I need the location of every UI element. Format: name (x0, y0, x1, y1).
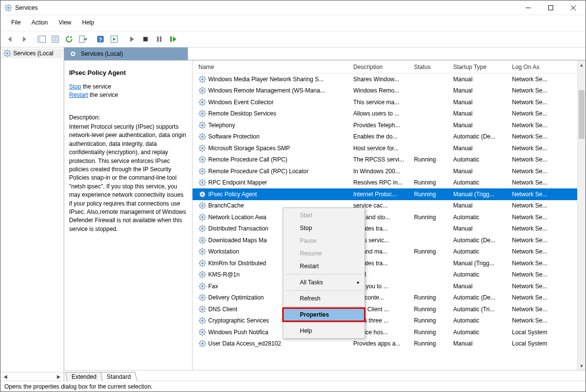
table-row[interactable]: TelephonyProvides Teleph...ManualNetwork… (193, 119, 577, 131)
table-row[interactable]: Cryptographic Servicesvides three ...Run… (193, 315, 577, 327)
col-status[interactable]: Status (411, 64, 450, 70)
row-startup: Manual (450, 87, 509, 94)
export-button[interactable] (76, 33, 90, 46)
back-button[interactable] (3, 33, 17, 46)
menu-file[interactable]: File (6, 17, 25, 28)
properties-button[interactable] (49, 33, 62, 46)
action-button[interactable] (107, 33, 121, 46)
refresh-button[interactable] (62, 33, 76, 46)
help-button[interactable]: ? (94, 33, 107, 46)
gear-icon (198, 305, 206, 313)
stop-service-button[interactable] (139, 33, 152, 46)
row-desc: Provides apps a... (350, 340, 411, 347)
row-startup: Manual (450, 168, 509, 175)
row-name: RPC Endpoint Mapper (208, 179, 267, 186)
gear-icon (198, 294, 206, 301)
forward-button[interactable] (17, 33, 31, 46)
table-row[interactable]: Windows Push Notificaservice hos...Runni… (193, 326, 577, 338)
table-row[interactable]: Windows Media Player Network Sharing S..… (193, 73, 577, 85)
menu-action[interactable]: Action (26, 17, 52, 28)
row-name: KtmRm for Distributed (208, 260, 266, 267)
table-row[interactable]: Windows Event CollectorThis service ma..… (193, 96, 577, 108)
row-name: Telephony (208, 122, 235, 129)
gear-icon (198, 144, 206, 152)
status-text: Opens the properties dialog box for the … (4, 383, 152, 390)
table-row[interactable]: User Data Access_ed28102Provides apps a.… (193, 338, 577, 350)
col-startup[interactable]: Startup Type (450, 64, 509, 70)
table-row[interactable]: Windows Remote Management (WS-Mana...Win… (193, 85, 577, 97)
table-row[interactable]: Downloaded Maps Madows servic...Automati… (193, 234, 577, 246)
tab-standard[interactable]: Standard (100, 372, 137, 381)
table-row[interactable]: Remote Procedure Call (RPC) LocatorIn Wi… (193, 165, 577, 177)
ctx-restart[interactable]: Restart (283, 260, 365, 273)
gear-icon (198, 259, 206, 267)
table-row[interactable]: Delivery Optimizationrms conte...Running… (193, 292, 577, 304)
table-row[interactable]: DNS ClientDNS Client ...RunningAutomatic… (193, 303, 577, 315)
scroll-left-icon[interactable]: ◀ (1, 374, 9, 379)
table-row[interactable]: Remote Desktop ServicesAllows users to .… (193, 108, 577, 120)
menu-view[interactable]: View (54, 17, 76, 28)
table-row[interactable]: Workstationtes and ma...RunningAutomatic… (193, 246, 577, 258)
ctx-start: Start (283, 209, 365, 222)
scroll-thumb[interactable] (579, 90, 585, 139)
row-name: IPsec Policy Agent (208, 191, 257, 198)
table-row[interactable]: RPC Endpoint MapperResolves RPC in...Run… (193, 177, 577, 189)
start-service-button[interactable] (125, 33, 139, 46)
pause-service-button[interactable] (152, 33, 166, 46)
row-logon: Network Se... (509, 317, 558, 324)
col-logon[interactable]: Log On As (509, 64, 558, 70)
gear-icon (198, 248, 206, 255)
row-logon: Network Se... (509, 260, 558, 267)
table-row[interactable]: Remote Procedure Call (RPC)The RPCSS ser… (193, 154, 577, 166)
menu-bar: File Action View Help (0, 15, 586, 31)
gear-icon (198, 328, 206, 336)
tree-root[interactable]: Services (Local (1, 48, 63, 58)
table-row[interactable]: Network Location Awaects and sto...Runni… (193, 211, 577, 223)
tab-extended[interactable]: Extended (65, 372, 103, 381)
stop-link[interactable]: Stop (69, 83, 81, 90)
panel-header: Services (Local) (64, 47, 188, 60)
row-startup: Manual (Trigg... (450, 191, 509, 198)
scroll-down-icon[interactable]: ▼ (578, 362, 586, 370)
title-bar: Services (0, 0, 586, 15)
ctx-properties[interactable]: Properties (283, 308, 365, 321)
restart-service-button[interactable] (166, 33, 180, 46)
menu-help[interactable]: Help (77, 17, 99, 28)
table-row[interactable]: Software ProtectionEnables the do...Auto… (193, 131, 577, 143)
row-logon: Network Se... (509, 237, 558, 244)
restart-suffix: the service (88, 92, 118, 98)
row-name: Remote Procedure Call (RPC) (208, 156, 287, 163)
vertical-scrollbar[interactable]: ▲ ▼ (577, 61, 586, 370)
row-startup: Automatic (De... (450, 133, 509, 140)
table-row[interactable]: Distributed Transactionrdinates tra...Ma… (193, 223, 577, 235)
minimize-button[interactable] (517, 0, 539, 15)
ctx-help[interactable]: Help (283, 324, 365, 337)
ctx-stop[interactable]: Stop (283, 222, 365, 234)
table-row[interactable]: IPsec Policy AgentInternet Protoc...Runn… (193, 188, 577, 200)
table-row[interactable]: Faxbles you to ...ManualNetwork Se... (193, 280, 577, 292)
tree-hscroll[interactable]: ◀ ▶ (0, 372, 64, 381)
gear-icon (198, 317, 206, 324)
row-status: Running (411, 306, 450, 313)
row-logon: Network Se... (509, 283, 558, 290)
table-row[interactable]: KtmRm for Distributedrdinates tra...Manu… (193, 257, 577, 269)
gear-icon (198, 167, 206, 175)
row-desc: Internet Protoc... (350, 191, 411, 198)
ctx-refresh[interactable]: Refresh (283, 292, 365, 305)
scroll-up-icon[interactable]: ▲ (578, 61, 586, 69)
gear-icon (198, 87, 206, 94)
restart-link[interactable]: Restart (69, 92, 88, 98)
col-description[interactable]: Description (350, 64, 411, 70)
table-row[interactable]: KMS-R@1nFinalAutomaticNetwork Se... (193, 269, 577, 281)
table-row[interactable]: BranchCacheservice cac...ManualNetwork S… (193, 200, 577, 212)
gear-icon (198, 133, 206, 140)
close-button[interactable] (562, 0, 585, 15)
table-row[interactable]: Microsoft Storage Spaces SMPHost service… (193, 142, 577, 154)
scroll-right-icon[interactable]: ▶ (55, 374, 63, 379)
row-desc: Windows Remo... (350, 87, 411, 94)
maximize-button[interactable] (539, 0, 562, 15)
row-name: KMS-R@1n (208, 271, 240, 278)
ctx-alltasks[interactable]: All Tasks▸ (283, 276, 365, 289)
show-hide-tree-button[interactable] (35, 33, 49, 46)
col-name[interactable]: Name (195, 64, 350, 70)
